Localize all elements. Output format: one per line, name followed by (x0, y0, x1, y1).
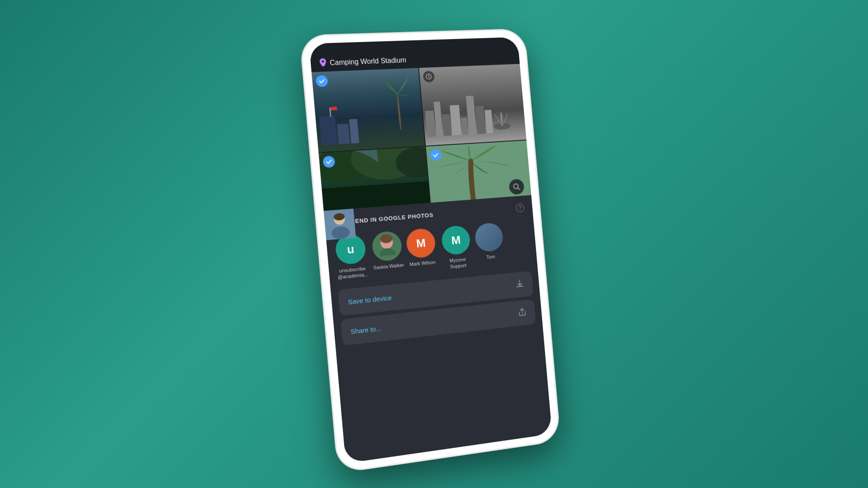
contact-name-mark: Mark Wilson (409, 259, 436, 267)
contact-avatar-myzone: M (441, 225, 471, 255)
contact-avatar-saskia (371, 230, 403, 262)
contact-name-saskia: Saskia Walker (373, 262, 404, 271)
phone-screen: Camping World Stadium (309, 37, 552, 463)
photo-cell-2[interactable] (419, 64, 526, 145)
contact-avatar-tom (474, 222, 504, 252)
contact-item-tom[interactable]: Tom (474, 222, 505, 261)
contact-item-unsubscribe[interactable]: u unsubscribe @academia... (331, 233, 371, 281)
share-icon (517, 306, 527, 319)
svg-rect-3 (450, 105, 461, 135)
help-icon[interactable]: ? (516, 203, 525, 212)
contact-avatar-mark: M (405, 227, 436, 259)
download-icon (515, 278, 525, 290)
share-panel: SEND IN GOOGLE PHOTOS ? u unsubscribe @a… (324, 195, 552, 463)
phone-mockup: Camping World Stadium (300, 29, 560, 472)
contact-name-myzone: Myzone Support (441, 255, 475, 271)
svg-rect-6 (475, 106, 486, 134)
contact-item-myzone[interactable]: M Myzone Support (438, 224, 476, 271)
svg-rect-7 (485, 109, 493, 133)
contact-item-saskia[interactable]: Saskia Walker (370, 230, 404, 271)
svg-rect-4 (461, 117, 468, 134)
location-pin-icon (319, 58, 327, 68)
contact-name-unsubscribe: unsubscribe @academia... (334, 265, 371, 281)
location-name: Camping World Stadium (329, 56, 407, 67)
share-to-label: Share to... (350, 324, 381, 335)
svg-rect-0 (425, 110, 436, 137)
photo-cell-3[interactable] (319, 146, 430, 210)
photo-grid (312, 64, 531, 211)
svg-rect-2 (442, 114, 451, 135)
photo-cell-1[interactable] (312, 68, 425, 152)
contact-item-mark[interactable]: M Mark Wilson (404, 227, 438, 268)
save-to-device-label: Save to device (348, 293, 392, 305)
contact-name-tom: Tom (486, 253, 495, 260)
